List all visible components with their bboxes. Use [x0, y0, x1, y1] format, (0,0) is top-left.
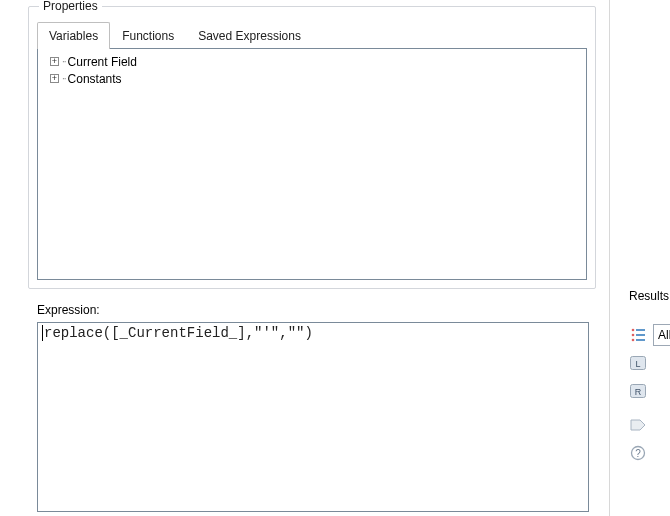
- results-heading: Results: [629, 289, 669, 303]
- main-panel: Properties Variables Functions Saved Exp…: [5, 0, 610, 516]
- tab-variables[interactable]: Variables: [37, 22, 110, 49]
- tab-label: Saved Expressions: [198, 29, 301, 43]
- properties-legend: Properties: [39, 0, 102, 13]
- tab-saved-expressions[interactable]: Saved Expressions: [186, 22, 313, 49]
- results-filter-dropdown[interactable]: All: [653, 324, 670, 346]
- svg-rect-5: [636, 339, 645, 341]
- tree-item-label: Current Field: [68, 55, 137, 69]
- side-panel: Results All L: [611, 0, 670, 516]
- svg-rect-1: [636, 329, 645, 331]
- expand-icon[interactable]: +: [50, 57, 59, 66]
- tree-connector-icon: ··: [62, 73, 66, 84]
- tree-item-constants[interactable]: + ·· Constants: [40, 70, 584, 87]
- svg-point-0: [632, 329, 635, 332]
- svg-text:R: R: [635, 387, 642, 397]
- tree-item-label: Constants: [68, 72, 122, 86]
- expression-editor[interactable]: replace([_CurrentField_],"'",""): [37, 322, 589, 512]
- properties-group: Properties Variables Functions Saved Exp…: [28, 6, 596, 289]
- text-cursor-icon: [42, 325, 43, 341]
- svg-text:?: ?: [635, 448, 641, 459]
- results-toolbar: All L R: [629, 324, 670, 464]
- l-badge-icon[interactable]: L: [629, 354, 647, 372]
- expression-label: Expression:: [37, 303, 100, 317]
- svg-rect-3: [636, 334, 645, 336]
- tab-label: Variables: [49, 29, 98, 43]
- svg-point-4: [632, 339, 635, 342]
- variables-tree[interactable]: + ·· Current Field + ·· Constants: [37, 48, 587, 280]
- tab-bar: Variables Functions Saved Expressions: [37, 21, 595, 48]
- tab-functions[interactable]: Functions: [110, 22, 186, 49]
- r-badge-icon[interactable]: R: [629, 382, 647, 400]
- expression-text: replace([_CurrentField_],"'",""): [44, 325, 313, 341]
- tree-item-current-field[interactable]: + ·· Current Field: [40, 53, 584, 70]
- tag-icon[interactable]: [629, 416, 647, 434]
- expand-icon[interactable]: +: [50, 74, 59, 83]
- tree-connector-icon: ··: [62, 56, 66, 67]
- svg-point-2: [632, 334, 635, 337]
- list-view-icon[interactable]: [629, 326, 647, 344]
- tab-label: Functions: [122, 29, 174, 43]
- dropdown-value: All: [658, 328, 670, 342]
- svg-text:L: L: [635, 359, 640, 369]
- help-icon[interactable]: ?: [629, 444, 647, 462]
